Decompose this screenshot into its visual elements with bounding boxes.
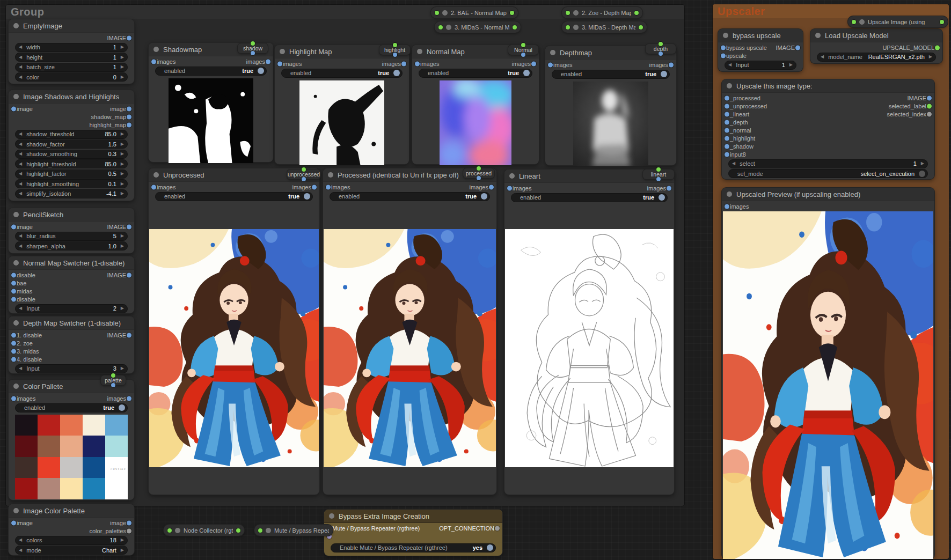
collapse-dot-icon[interactable] bbox=[153, 47, 159, 52]
stepper-left-arrow-icon[interactable]: ◀ bbox=[19, 366, 22, 371]
stepper-left-arrow-icon[interactable]: ◀ bbox=[19, 65, 22, 69]
node-image-shadows-highlights-header[interactable]: Image Shadows and Highlights bbox=[9, 90, 134, 104]
stepper-widget-input[interactable]: ◀Input2▶ bbox=[15, 304, 128, 313]
output-slot-dot[interactable] bbox=[521, 53, 525, 57]
stepper-left-arrow-icon[interactable]: ◀ bbox=[19, 132, 22, 136]
stepper-left-arrow-icon[interactable]: ◀ bbox=[19, 55, 22, 60]
reroute-unprocessed[interactable]: unprocessed bbox=[287, 170, 320, 179]
output-slot-dot[interactable] bbox=[393, 53, 397, 57]
input-slot-dot[interactable] bbox=[566, 11, 570, 15]
stepper-right-arrow-icon[interactable]: ▶ bbox=[121, 65, 124, 69]
output-slot-dot[interactable] bbox=[127, 520, 131, 525]
stepper-widget-blur-radius[interactable]: ◀blur_radius5▶ bbox=[15, 232, 128, 241]
output-slot-dot[interactable] bbox=[940, 20, 944, 24]
stepper-widget-shadow-factor[interactable]: ◀shadow_factor1.5▶ bbox=[15, 139, 128, 149]
output-slot-dot[interactable] bbox=[236, 528, 240, 533]
toggle-knob-icon[interactable] bbox=[661, 71, 667, 77]
stepper-widget-highlight-threshold[interactable]: ◀highlight_threshold85.0▶ bbox=[15, 159, 128, 168]
collapse-dot-icon[interactable] bbox=[446, 25, 451, 30]
output-slot-dot[interactable] bbox=[127, 122, 131, 127]
stepper-widget-highlight-factor[interactable]: ◀highlight_factor0.5▶ bbox=[15, 170, 128, 179]
output-slot-dot[interactable] bbox=[251, 51, 255, 55]
collapsed-node-mute-bypass-repeat[interactable]: Mute / Bypass Repeat bbox=[254, 525, 333, 536]
input-slot-dot[interactable] bbox=[326, 185, 331, 189]
input-slot-dot[interactable] bbox=[251, 41, 255, 46]
input-slot-dot[interactable] bbox=[659, 42, 663, 46]
stepper-left-arrow-icon[interactable]: ◀ bbox=[19, 191, 22, 196]
input-slot-dot[interactable] bbox=[725, 95, 729, 100]
input-slot-dot[interactable] bbox=[725, 104, 729, 108]
stepper-left-arrow-icon[interactable]: ◀ bbox=[19, 75, 22, 79]
output-slot-dot[interactable] bbox=[935, 45, 940, 50]
collapsed-node-reroute-zoe-depth-map[interactable]: 2. Zoe - Depth Map bbox=[562, 7, 642, 18]
collapse-dot-icon[interactable] bbox=[815, 33, 821, 38]
stepper-widget-select[interactable]: ◀select1▶ bbox=[728, 159, 928, 168]
input-slot-dot[interactable] bbox=[11, 297, 16, 301]
toggle-widget-enabled[interactable]: enabledtrue bbox=[419, 69, 532, 78]
input-slot-dot[interactable] bbox=[852, 20, 856, 24]
input-slot-dot[interactable] bbox=[725, 136, 729, 141]
input-slot-dot[interactable] bbox=[11, 357, 16, 362]
collapse-dot-icon[interactable] bbox=[175, 528, 180, 533]
stepper-right-arrow-icon[interactable]: ▶ bbox=[121, 162, 124, 166]
stepper-right-arrow-icon[interactable]: ▶ bbox=[121, 548, 124, 552]
output-slot-dot[interactable] bbox=[531, 61, 536, 66]
stepper-right-arrow-icon[interactable]: ▶ bbox=[121, 142, 124, 146]
collapsed-node-reroute-midas-normal-map[interactable]: 3. MiDaS - Normal Ma bbox=[435, 21, 521, 33]
output-slot-dot[interactable] bbox=[513, 25, 517, 30]
node-bypass-extra-image-creation-header[interactable]: Bypass Extra Image Creation bbox=[324, 510, 502, 523]
input-slot-dot[interactable] bbox=[415, 61, 420, 66]
input-slot-dot[interactable] bbox=[656, 167, 661, 172]
stepper-widget-model-name[interactable]: ◀model_nameRealESRGAN_x2.pth▶ bbox=[817, 53, 936, 62]
output-slot-dot[interactable] bbox=[795, 45, 800, 50]
node-upscaled-preview-header[interactable]: Upscaled Preview (if upscaling enabled) bbox=[722, 188, 934, 201]
input-slot-dot[interactable] bbox=[725, 128, 729, 132]
output-slot-dot[interactable] bbox=[489, 185, 494, 189]
output-slot-dot[interactable] bbox=[127, 333, 131, 337]
toggle-knob-icon[interactable] bbox=[258, 68, 264, 74]
toggle-knob-icon[interactable] bbox=[523, 70, 530, 76]
toggle-widget-enabled[interactable]: enabledtrue bbox=[15, 403, 128, 412]
stepper-right-arrow-icon[interactable]: ▶ bbox=[789, 63, 793, 67]
node-empty-image-header[interactable]: EmptyImage bbox=[9, 19, 134, 33]
stepper-right-arrow-icon[interactable]: ▶ bbox=[929, 55, 932, 59]
stepper-right-arrow-icon[interactable]: ▶ bbox=[121, 538, 124, 542]
input-slot-dot[interactable] bbox=[721, 53, 726, 58]
input-slot-dot[interactable] bbox=[11, 520, 16, 525]
stepper-left-arrow-icon[interactable]: ◀ bbox=[19, 234, 22, 238]
stepper-right-arrow-icon[interactable]: ▶ bbox=[121, 55, 124, 60]
output-slot-dot[interactable] bbox=[667, 186, 671, 190]
toggle-knob-icon[interactable] bbox=[119, 404, 125, 411]
toggle-widget-enabled[interactable]: enabledtrue bbox=[552, 70, 670, 79]
toggle-knob-icon[interactable] bbox=[487, 544, 493, 551]
output-slot-dot[interactable] bbox=[927, 112, 932, 116]
output-slot-dot[interactable] bbox=[127, 528, 131, 533]
input-slot-dot[interactable] bbox=[151, 59, 156, 64]
collapse-dot-icon[interactable] bbox=[153, 172, 159, 178]
collapse-dot-icon[interactable] bbox=[13, 320, 19, 326]
collapse-dot-icon[interactable] bbox=[329, 513, 334, 519]
output-slot-dot[interactable] bbox=[669, 62, 674, 67]
collapse-dot-icon[interactable] bbox=[509, 173, 515, 179]
collapse-dot-icon[interactable] bbox=[13, 260, 19, 266]
stepper-widget-color[interactable]: ◀color0▶ bbox=[15, 72, 128, 82]
stepper-right-arrow-icon[interactable]: ▶ bbox=[121, 45, 124, 49]
collapse-dot-icon[interactable] bbox=[328, 172, 333, 178]
stepper-widget-simplify-isolation[interactable]: ◀simplify_isolation-4.1▶ bbox=[15, 189, 128, 198]
input-slot-dot[interactable] bbox=[477, 166, 481, 171]
output-slot-dot[interactable] bbox=[927, 104, 932, 108]
stepper-left-arrow-icon[interactable]: ◀ bbox=[19, 244, 22, 248]
output-slot-dot[interactable] bbox=[477, 176, 481, 180]
collapse-dot-icon[interactable] bbox=[13, 23, 19, 28]
stepper-left-arrow-icon[interactable]: ◀ bbox=[821, 55, 824, 59]
node-image-color-palette-header[interactable]: Image Color Palette bbox=[9, 504, 134, 518]
toggle-knob-icon[interactable] bbox=[919, 171, 925, 177]
output-slot-dot[interactable] bbox=[127, 35, 131, 40]
stepper-left-arrow-icon[interactable]: ◀ bbox=[728, 63, 731, 67]
collapsed-node-reroute-midas-depth-map[interactable]: 3. MiDaS - Depth Map bbox=[562, 21, 647, 33]
output-slot-dot[interactable] bbox=[266, 59, 270, 64]
input-slot-dot[interactable] bbox=[393, 43, 397, 47]
node-graph-canvas[interactable]: GroupUpscalerEmptyImageIMAGE◀width1▶◀hei… bbox=[0, 0, 951, 560]
toggle-widget-enabled[interactable]: enabledtrue bbox=[511, 193, 668, 202]
output-slot-dot[interactable] bbox=[634, 11, 639, 15]
